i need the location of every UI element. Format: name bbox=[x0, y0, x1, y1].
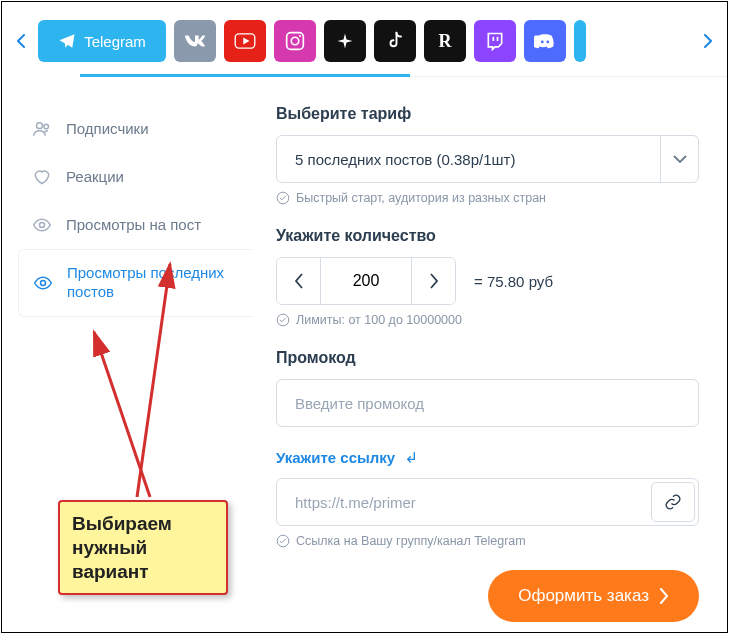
svg-point-2 bbox=[291, 37, 299, 45]
sidebar-item-views-per-post[interactable]: Просмотры на пост bbox=[22, 201, 252, 249]
annotation-note: Выбираем нужный вариант bbox=[58, 500, 228, 595]
link-icon bbox=[664, 493, 682, 511]
sidebar-item-label: Просмотры последних постов bbox=[67, 264, 242, 302]
sidebar-item-label: Просмотры на пост bbox=[66, 216, 201, 235]
link-input[interactable] bbox=[276, 478, 699, 526]
svg-point-7 bbox=[44, 124, 49, 129]
users-icon bbox=[32, 119, 52, 139]
discord-icon bbox=[534, 32, 556, 50]
tab-instagram[interactable] bbox=[274, 20, 316, 62]
tariff-hint: Быстрый старт, аудитория из разных стран bbox=[276, 191, 699, 205]
tariff-label: Выберите тариф bbox=[276, 105, 699, 123]
tabs-next-arrow[interactable] bbox=[699, 26, 717, 56]
tab-r[interactable]: R bbox=[424, 20, 466, 62]
tab-telegram[interactable]: Telegram bbox=[38, 20, 166, 62]
tabs-prev-arrow[interactable] bbox=[12, 26, 30, 56]
arrow-turn-down-icon bbox=[401, 450, 417, 466]
chevron-down-icon bbox=[660, 135, 698, 183]
quantity-decrease-button[interactable] bbox=[277, 258, 321, 304]
tab-twitch[interactable] bbox=[474, 20, 516, 62]
sparkle-icon bbox=[336, 32, 354, 50]
youtube-icon bbox=[234, 33, 256, 49]
tiktok-icon bbox=[386, 31, 404, 51]
tab-star[interactable] bbox=[324, 20, 366, 62]
r-icon: R bbox=[439, 31, 452, 52]
quantity-hint: Лимиты: от 100 до 10000000 bbox=[276, 313, 699, 327]
svg-point-8 bbox=[40, 223, 45, 228]
tab-youtube[interactable] bbox=[224, 20, 266, 62]
tab-telegram-label: Telegram bbox=[84, 33, 146, 50]
vk-icon bbox=[184, 34, 206, 48]
link-label[interactable]: Укажите ссылку bbox=[276, 449, 417, 466]
svg-point-4 bbox=[541, 41, 544, 44]
tariff-select[interactable]: 5 последних постов (0.38р/1шт) bbox=[276, 135, 699, 183]
eye-icon bbox=[33, 273, 53, 293]
check-circle-icon bbox=[276, 191, 290, 205]
chevron-right-icon bbox=[659, 588, 669, 604]
link-copy-button[interactable] bbox=[651, 482, 695, 522]
promo-label: Промокод bbox=[276, 349, 699, 367]
tab-more-peek[interactable] bbox=[574, 20, 586, 62]
quantity-label: Укажите количество bbox=[276, 227, 699, 245]
svg-point-9 bbox=[41, 280, 46, 285]
quantity-stepper bbox=[276, 257, 456, 305]
sidebar-item-subscribers[interactable]: Подписчики bbox=[22, 105, 252, 153]
svg-point-3 bbox=[299, 35, 301, 37]
promo-input[interactable] bbox=[276, 379, 699, 427]
heart-icon bbox=[32, 167, 52, 187]
sidebar-item-label: Подписчики bbox=[66, 120, 149, 139]
submit-order-label: Оформить заказ bbox=[518, 586, 649, 606]
tab-vk[interactable] bbox=[174, 20, 216, 62]
svg-point-6 bbox=[37, 123, 43, 129]
svg-rect-1 bbox=[287, 33, 304, 50]
twitch-icon bbox=[485, 31, 505, 51]
quantity-input[interactable] bbox=[321, 258, 411, 304]
sidebar-item-reactions[interactable]: Реакции bbox=[22, 153, 252, 201]
submit-order-button[interactable]: Оформить заказ bbox=[488, 570, 699, 622]
tariff-selected-text: 5 последних постов (0.38р/1шт) bbox=[295, 151, 515, 168]
link-hint: Ссылка на Вашу группу/канал Telegram bbox=[276, 534, 699, 548]
sidebar-item-views-last-posts[interactable]: Просмотры последних постов bbox=[18, 249, 252, 317]
quantity-price: = 75.80 руб bbox=[474, 273, 553, 290]
instagram-icon bbox=[285, 31, 305, 51]
tab-discord[interactable] bbox=[524, 20, 566, 62]
check-circle-icon bbox=[276, 534, 290, 548]
check-circle-icon bbox=[276, 313, 290, 327]
tab-tiktok[interactable] bbox=[374, 20, 416, 62]
quantity-increase-button[interactable] bbox=[411, 258, 455, 304]
telegram-icon bbox=[58, 32, 76, 50]
eye-icon bbox=[32, 215, 52, 235]
svg-point-5 bbox=[546, 41, 549, 44]
sidebar-item-label: Реакции bbox=[66, 168, 124, 187]
